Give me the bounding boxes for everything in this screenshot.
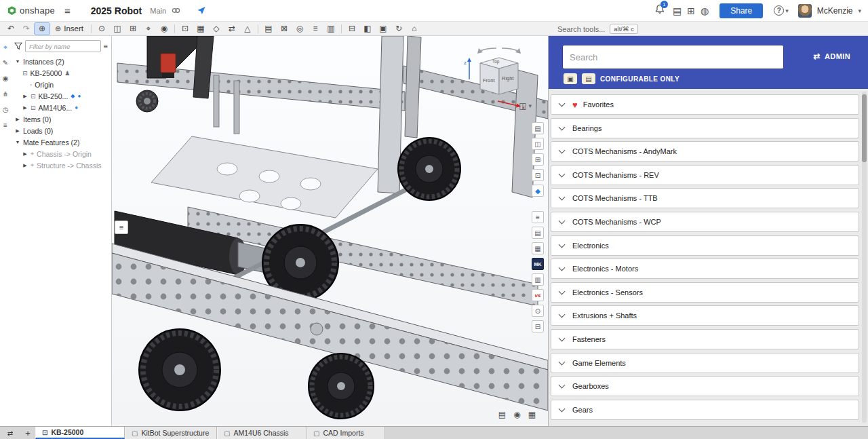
tree-section-loads[interactable]: ▶ Loads (0) (11, 125, 111, 136)
share-button[interactable]: Share (719, 3, 763, 18)
grid-panel-icon[interactable]: ▥ (532, 273, 544, 286)
versioning-app-icon[interactable]: vs (532, 289, 544, 301)
insert-button[interactable]: ⊕ Insert (50, 23, 88, 35)
group-icon[interactable]: ◫ (110, 23, 125, 35)
category-cots-wcp[interactable]: COTS Mechanisms - WCP (551, 212, 859, 232)
duplicate-icon[interactable]: ◫ (532, 138, 544, 150)
tree-section-mate-features[interactable]: ▼ Mate Features (2) (11, 136, 111, 148)
camera-icon[interactable]: ◉ (513, 410, 520, 419)
category-fasteners[interactable]: Fasteners (551, 329, 859, 349)
fastened-mate-icon[interactable]: ⊡ (178, 23, 193, 35)
assemblies-filter-icon[interactable]: ▤ (582, 73, 595, 84)
parts-filter-icon[interactable]: ▣ (564, 73, 577, 84)
filter-input[interactable] (25, 40, 101, 52)
print-icon[interactable]: ▤ (498, 410, 506, 419)
section-view-icon[interactable]: ▥ (323, 23, 338, 35)
mate-connector-icon[interactable]: ⌖ (141, 23, 156, 35)
category-cots-andymark[interactable]: COTS Mechanisms - AndyMark (551, 141, 859, 161)
named-positions-icon[interactable]: ◎ (292, 23, 307, 35)
configurations-icon[interactable]: ⊞ (532, 153, 544, 166)
tree-item-mate-chassis-origin[interactable]: ▶ ⌖ Chassis -> Origin (11, 148, 111, 159)
search-tools[interactable]: Search tools... alt/⌘ c (557, 24, 638, 34)
user-avatar[interactable] (798, 4, 812, 18)
parts-search-input[interactable] (562, 45, 784, 69)
tab-kb-25000[interactable]: ⊡ KB-25000 (35, 427, 125, 439)
history-icon[interactable]: ◷ (3, 107, 9, 113)
announcement-icon[interactable]: ◆ (532, 185, 544, 197)
panel-flyout-button[interactable]: ≡ (115, 221, 128, 234)
bom-icon[interactable]: ⊠ (277, 23, 292, 35)
part-studio-panel-icon[interactable]: ⊙ (532, 305, 544, 317)
sheet-panel-icon[interactable]: ▤ (532, 227, 544, 239)
display-states-icon[interactable]: ≡ (308, 23, 323, 35)
linear-pattern-icon[interactable]: ▦ (193, 23, 208, 35)
library-panel-icon[interactable]: ▦ (532, 242, 544, 254)
language-globe-icon[interactable]: ◍ (701, 6, 709, 16)
category-electronics[interactable]: Electronics (551, 235, 859, 256)
add-tab-button[interactable]: + (20, 427, 35, 439)
tree-item-kb-250[interactable]: ▶ ⊡ KB-250... ◆ ● (11, 90, 111, 102)
list-view-icon[interactable]: ≡ (104, 42, 108, 50)
grid-icon[interactable]: ▦ (528, 410, 536, 419)
redo-icon[interactable]: ↷ (19, 23, 34, 35)
insert-tool-icon[interactable]: ⊕ (35, 23, 50, 35)
sheet-metal-icon[interactable]: ⌂ (407, 23, 422, 35)
circular-pattern-icon[interactable]: ◇ (209, 23, 224, 35)
user-name[interactable]: McKenzie (817, 6, 853, 16)
explode-icon[interactable]: △ (240, 23, 255, 35)
tree-section-instances[interactable]: ▼ Instances (2) (11, 56, 111, 67)
tree-item-origin[interactable]: ◦ Origin (11, 79, 111, 90)
undo-icon[interactable]: ↶ (3, 23, 18, 35)
category-favorites[interactable]: ♥ Favorites (551, 94, 859, 115)
scrollbar-thumb[interactable] (862, 94, 867, 162)
filter-funnel-icon[interactable] (14, 42, 22, 50)
category-electronics-sensors[interactable]: Electronics - Sensors (551, 282, 859, 303)
tree-item-kb-25000[interactable]: ⊡ KB-25000 ♟ (11, 67, 111, 79)
help-menu[interactable]: ? ▾ (774, 5, 789, 16)
feature-list-panel-icon[interactable]: ≡ (532, 211, 544, 223)
branches-icon[interactable]: ⋔ (3, 91, 8, 98)
snapshot-icon[interactable]: ▤ (261, 23, 276, 35)
scrollbar[interactable] (862, 92, 867, 423)
measure-icon[interactable]: ⊟ (344, 23, 359, 35)
panel-resize-icon[interactable]: ⇄ (0, 427, 20, 439)
animate-icon[interactable]: ↻ (391, 23, 406, 35)
tab-kitbot-superstructure[interactable]: ▢ KitBot Superstructure (125, 427, 217, 439)
category-gears[interactable]: Gears (551, 400, 859, 420)
tab-cad-imports[interactable]: ▢ CAD Imports (307, 427, 385, 439)
configurable-only-toggle[interactable]: CONFIGURABLE ONLY (600, 75, 679, 83)
appearance-icon[interactable]: ▣ (376, 23, 391, 35)
category-cots-ttb[interactable]: COTS Mechanisms - TTB (551, 188, 859, 208)
tree-section-items[interactable]: ▶ Items (0) (11, 113, 111, 125)
print-panel-icon[interactable]: ⊡ (532, 169, 544, 181)
mirror-icon[interactable]: ⇄ (224, 23, 239, 35)
notifications-bell-icon[interactable]: 1 (655, 4, 665, 17)
select-tool-icon[interactable]: ⌖ (3, 44, 7, 51)
admin-button[interactable]: ⇄ ADMIN (813, 52, 850, 61)
branch-name[interactable]: Main (150, 7, 166, 15)
replicate-icon[interactable]: ⊞ (125, 23, 140, 35)
export-panel-icon[interactable]: ⊟ (532, 320, 544, 332)
main-menu-icon[interactable]: ≡ (64, 5, 71, 16)
category-electronics-motors[interactable]: Electronics - Motors (551, 259, 859, 279)
sketch-icon[interactable]: ✎ (3, 60, 8, 66)
publish-share-arrow-icon[interactable] (197, 6, 206, 15)
versions-link-icon[interactable] (172, 6, 180, 15)
category-gearboxes[interactable]: Gearboxes (551, 376, 859, 396)
3d-viewport[interactable]: Top Front Right z x ◫ ▾ ≡ ▤ ◫ ⊞ ⊡ ◆ (112, 36, 548, 426)
view-options-menu[interactable]: ◫ ▾ (519, 101, 532, 111)
app-store-icon[interactable]: ⊞ (687, 6, 695, 16)
category-bearings[interactable]: Bearings (551, 118, 859, 138)
onshape-logo[interactable]: onshape (7, 5, 55, 16)
revolute-mate-icon[interactable]: ◉ (157, 23, 172, 35)
view-cube[interactable]: Top Front Right z x (457, 43, 538, 111)
comments-icon[interactable]: ◉ (3, 75, 9, 82)
tab-am14u6-chassis[interactable]: ▢ AM14U6 Chassis (217, 427, 307, 439)
mate-icon[interactable]: ⊙ (94, 23, 109, 35)
tree-item-mate-structure-chassis[interactable]: ▶ ⌖ Structure -> Chassis (11, 159, 111, 171)
bom-table-icon[interactable]: ▤ (532, 122, 544, 134)
mass-properties-icon[interactable]: ◧ (360, 23, 375, 35)
category-game-elements[interactable]: Game Elements (551, 353, 859, 373)
mkcad-app-icon[interactable]: MK (532, 258, 544, 270)
feature-list-icon[interactable]: ≡ (3, 122, 7, 129)
